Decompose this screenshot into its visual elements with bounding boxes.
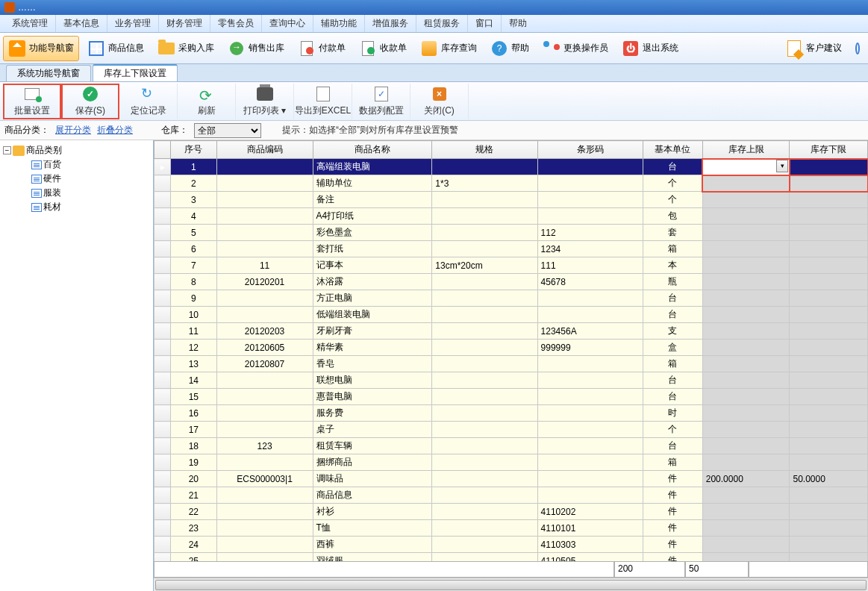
- cell-up[interactable]: [702, 454, 790, 471]
- menu-租赁服务[interactable]: 租赁服务: [416, 15, 468, 32]
- cell-low[interactable]: [790, 175, 868, 192]
- table-row[interactable]: 20ECS000003|1调味品件200.000050.0000: [154, 471, 868, 487]
- cell-low[interactable]: [790, 422, 868, 438]
- cell-up[interactable]: [702, 487, 790, 504]
- cell-up[interactable]: [702, 389, 790, 405]
- cell-low[interactable]: [790, 372, 868, 389]
- toolbar-商品信息[interactable]: 商品信息: [82, 36, 149, 61]
- cell-low[interactable]: [790, 520, 868, 537]
- toolbar-库存查询[interactable]: 库存查询: [415, 36, 482, 61]
- table-row[interactable]: 16服务费时: [154, 405, 868, 422]
- table-row[interactable]: 23T恤4110101件: [154, 520, 868, 537]
- menu-帮助[interactable]: 帮助: [502, 15, 534, 32]
- cell-low[interactable]: [790, 290, 868, 307]
- stock-grid[interactable]: 序号商品编码商品名称规格条形码基本单位库存上限库存下限 ▸1高端组装电脑台▾2辅…: [154, 140, 868, 561]
- cell-low[interactable]: [790, 241, 868, 257]
- table-row[interactable]: 711记事本13cm*20cm111本: [154, 257, 868, 274]
- tree-root-node[interactable]: − 商品类别: [3, 143, 150, 157]
- col-header-4[interactable]: 条形码: [537, 141, 643, 159]
- cell-up[interactable]: [702, 520, 790, 537]
- toolbar-更换操作员[interactable]: 更换操作员: [537, 36, 613, 61]
- cell-up[interactable]: 200.0000: [702, 471, 790, 487]
- cell-up[interactable]: [702, 208, 790, 225]
- action-导出到EXCEL[interactable]: 导出到EXCEL: [294, 84, 352, 119]
- expand-link[interactable]: 展开分类: [55, 124, 91, 137]
- cell-up[interactable]: [702, 553, 790, 562]
- menu-业务管理[interactable]: 业务管理: [107, 15, 159, 32]
- toolbar-功能导航窗[interactable]: 功能导航窗: [3, 36, 79, 61]
- cell-up[interactable]: [702, 422, 790, 438]
- action-打印列表[interactable]: 打印列表 ▾: [236, 84, 294, 119]
- action-保存(S)[interactable]: ✓保存(S): [61, 84, 119, 119]
- category-tree[interactable]: − 商品类别 百货硬件服装耗材: [0, 140, 154, 591]
- cell-low[interactable]: [790, 537, 868, 553]
- table-row[interactable]: 4A4打印纸包: [154, 208, 868, 225]
- cell-low[interactable]: 50.0000: [790, 471, 868, 487]
- cell-up[interactable]: [702, 504, 790, 520]
- cell-up[interactable]: [702, 241, 790, 257]
- expand-icon[interactable]: −: [3, 146, 11, 154]
- menu-窗口[interactable]: 窗口: [468, 15, 502, 32]
- menu-增值服务[interactable]: 增值服务: [365, 15, 416, 32]
- table-row[interactable]: 10低端组装电脑台: [154, 307, 868, 323]
- cell-up[interactable]: [702, 356, 790, 372]
- table-row[interactable]: 17桌子个: [154, 422, 868, 438]
- cell-low[interactable]: [790, 356, 868, 372]
- action-刷新[interactable]: 刷新: [178, 84, 236, 119]
- table-row[interactable]: 6套打纸1234箱: [154, 241, 868, 257]
- tab-系统功能导航窗[interactable]: 系统功能导航窗: [6, 65, 91, 81]
- collapse-link[interactable]: 折叠分类: [97, 124, 133, 137]
- toolbar-extra-button[interactable]: [850, 36, 865, 61]
- table-row[interactable]: 3备注个: [154, 192, 868, 208]
- table-row[interactable]: 1120120203牙刷牙膏123456A支: [154, 323, 868, 340]
- menu-零售会员[interactable]: 零售会员: [210, 15, 262, 32]
- cell-low[interactable]: [790, 487, 868, 504]
- cell-up[interactable]: [702, 274, 790, 290]
- table-row[interactable]: 21商品信息件: [154, 487, 868, 504]
- cell-low[interactable]: [790, 192, 868, 208]
- col-header-0[interactable]: 序号: [171, 141, 216, 159]
- menu-基本信息[interactable]: 基本信息: [56, 15, 107, 32]
- action-数据列配置[interactable]: 数据列配置: [352, 84, 410, 119]
- menu-查询中心[interactable]: 查询中心: [262, 15, 313, 32]
- table-row[interactable]: ▸1高端组装电脑台▾: [154, 159, 868, 175]
- table-row[interactable]: 1220120605精华素999999盒: [154, 340, 868, 356]
- cell-low[interactable]: [790, 405, 868, 422]
- grid-scroll[interactable]: 序号商品编码商品名称规格条形码基本单位库存上限库存下限 ▸1高端组装电脑台▾2辅…: [154, 140, 868, 561]
- cell-up[interactable]: [702, 307, 790, 323]
- tree-node-百货[interactable]: 百货: [25, 157, 150, 172]
- table-row[interactable]: 24西裤4110303件: [154, 537, 868, 553]
- table-row[interactable]: 25羽绒服4110505件: [154, 553, 868, 562]
- col-header-6[interactable]: 库存上限: [702, 141, 790, 159]
- dropdown-icon[interactable]: ▾: [776, 160, 788, 172]
- cell-low[interactable]: [790, 340, 868, 356]
- cell-low[interactable]: [790, 225, 868, 241]
- col-header-3[interactable]: 规格: [432, 141, 537, 159]
- action-定位记录[interactable]: 定位记录: [119, 84, 178, 119]
- table-row[interactable]: 18123租赁车辆台: [154, 438, 868, 454]
- cell-low[interactable]: [790, 438, 868, 454]
- horizontal-scrollbar[interactable]: [154, 578, 868, 591]
- customer-suggest-button[interactable]: 客户建议: [780, 36, 847, 61]
- toolbar-采购入库[interactable]: 采购入库: [152, 36, 219, 61]
- action-关闭(C)[interactable]: ×关闭(C): [410, 84, 469, 119]
- table-row[interactable]: 14联想电脑台: [154, 372, 868, 389]
- cell-low[interactable]: [790, 274, 868, 290]
- tree-node-硬件[interactable]: 硬件: [25, 172, 150, 186]
- col-header-7[interactable]: 库存下限: [790, 141, 868, 159]
- cell-low[interactable]: [790, 208, 868, 225]
- cell-low[interactable]: [790, 307, 868, 323]
- menu-系统管理[interactable]: 系统管理: [4, 15, 56, 32]
- cell-low[interactable]: [790, 553, 868, 562]
- cell-up[interactable]: [702, 175, 790, 192]
- cell-low[interactable]: [790, 159, 868, 175]
- table-row[interactable]: 2辅助单位1*3个: [154, 175, 868, 192]
- warehouse-select[interactable]: 全部: [194, 123, 261, 138]
- cell-up[interactable]: [702, 405, 790, 422]
- cell-up[interactable]: [702, 192, 790, 208]
- cell-low[interactable]: [790, 454, 868, 471]
- menu-财务管理[interactable]: 财务管理: [159, 15, 210, 32]
- toolbar-销售出库[interactable]: 销售出库: [222, 36, 290, 61]
- toolbar-付款单[interactable]: 付款单: [293, 36, 351, 61]
- table-row[interactable]: 9方正电脑台: [154, 290, 868, 307]
